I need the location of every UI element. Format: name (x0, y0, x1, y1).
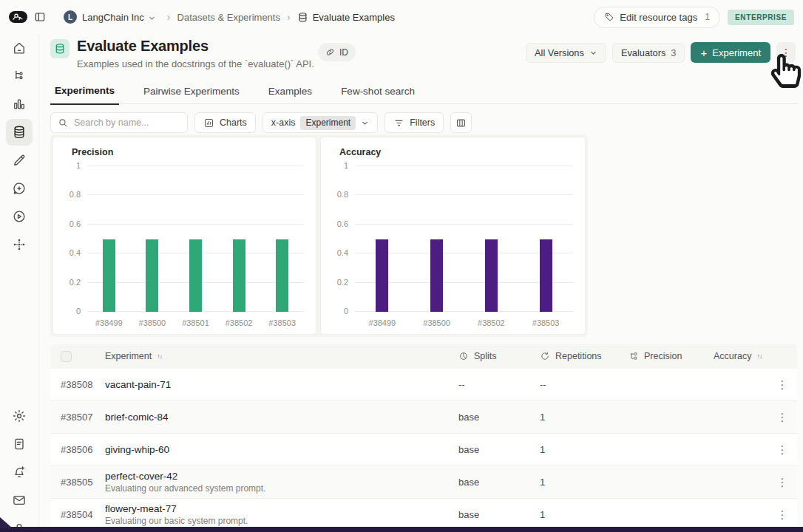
chevron-down-icon[interactable] (148, 14, 156, 22)
accuracy-bar-38503[interactable] (540, 239, 552, 313)
page-title: Evaluate Examples (77, 37, 314, 55)
chart-x-labels: #38499#38500#38501#38502#38503 (87, 318, 304, 327)
sidebar-item-tracing[interactable] (6, 63, 33, 89)
row-menu-button[interactable]: ⋮ (772, 378, 793, 392)
versions-dropdown[interactable]: All Versions (526, 43, 606, 63)
header-menu-button[interactable]: ⋮ (776, 42, 796, 63)
precision-bar-38502[interactable] (233, 239, 245, 313)
table-row[interactable]: #38508 vacant-pain-71 -- -- ⋮ (50, 369, 797, 401)
tab-fewshot-search[interactable]: Few-shot search (336, 84, 419, 105)
chart-x-labels: #38499#38500#38502#38503 (355, 318, 573, 327)
tab-examples[interactable]: Examples (264, 84, 316, 105)
sidebar-toggle-button[interactable] (34, 11, 46, 23)
chart-plot: 00.20.40.60.81 (87, 166, 304, 312)
breadcrumb-separator: › (167, 11, 171, 23)
column-header-precision[interactable]: Precision (612, 351, 697, 361)
evaluators-button[interactable]: Evaluators 3 (612, 43, 685, 63)
y-axis-tick-label: 0.8 (70, 190, 81, 199)
edit-resource-tags-button[interactable]: Edit resource tags 1 (594, 7, 720, 28)
new-experiment-button[interactable]: + Experiment (691, 42, 770, 63)
x-axis-label: #38503 (260, 318, 304, 327)
row-menu-button[interactable]: ⋮ (772, 443, 793, 457)
experiment-name-cell: flowery-meat-77 Evaluating our basic sys… (105, 503, 442, 526)
tag-icon (604, 12, 614, 22)
sidebar-item-docs[interactable] (6, 431, 33, 457)
column-header-repetitions[interactable]: Repetitions (524, 351, 612, 361)
accuracy-bar-38500[interactable] (430, 239, 443, 313)
experiment-id: #38504 (61, 509, 105, 520)
charts-toggle-button[interactable]: Charts (194, 112, 256, 133)
experiment-name: vacant-pain-71 (105, 379, 442, 390)
sidebar-item-deployments[interactable] (6, 231, 33, 258)
precision-column-label: Precision (644, 351, 682, 361)
splits-value: base (442, 477, 524, 488)
x-axis-label: #38500 (131, 318, 175, 327)
y-axis-tick-label: 0.6 (337, 219, 348, 228)
row-menu-button[interactable]: ⋮ (772, 410, 793, 424)
repetitions-value: 1 (524, 509, 612, 520)
row-menu-button[interactable]: ⋮ (772, 508, 793, 522)
search-input[interactable] (72, 117, 176, 129)
enterprise-badge: ENTERPRISE (728, 10, 794, 25)
y-axis-tick-label: 1 (76, 161, 81, 170)
table-header: Experiment ↑↓ Splits Repetitions Precisi… (50, 344, 797, 369)
page-subtitle: Examples used in the docstrings of the `… (77, 58, 314, 69)
screen-corner-artifact (0, 517, 13, 528)
org-avatar[interactable]: L (64, 10, 77, 24)
sidebar-item-settings[interactable] (6, 403, 33, 429)
tab-pairwise-experiments[interactable]: Pairwise Experiments (139, 84, 244, 105)
repetitions-column-label: Repetitions (555, 351, 602, 361)
sidebar-item-annotation[interactable] (6, 147, 33, 174)
plus-icon: + (700, 47, 707, 58)
versions-label: All Versions (535, 47, 584, 58)
columns-icon (455, 117, 467, 129)
experiment-id: #38505 (61, 477, 105, 488)
row-menu-button[interactable]: ⋮ (772, 475, 793, 489)
table-row[interactable]: #38507 brief-comic-84 base 1 ⋮ (50, 401, 797, 434)
dataset-icon (50, 39, 70, 58)
sidebar-item-notifications[interactable] (6, 459, 33, 485)
precision-bar-38499[interactable] (103, 239, 115, 313)
accuracy-chart: Accuracy 00.20.40.60.81 #38499#38500#385… (320, 137, 586, 335)
sidebar-item-playground[interactable] (6, 203, 33, 230)
sidebar-item-mail[interactable] (6, 487, 33, 514)
y-axis-tick-label: 0.6 (70, 219, 81, 228)
sidebar-item-monitoring[interactable] (6, 91, 33, 117)
filters-button[interactable]: Filters (384, 112, 444, 133)
id-label: ID (339, 47, 348, 58)
accuracy-bar-38499[interactable] (376, 239, 388, 313)
copy-id-button[interactable]: ID (318, 43, 356, 61)
precision-bar-38500[interactable] (146, 239, 158, 313)
charts-button-label: Charts (220, 117, 247, 128)
filter-icon (393, 117, 404, 129)
sidebar-item-datasets[interactable] (6, 119, 33, 146)
table-row[interactable]: #38505 perfect-cover-42 Evaluating our a… (50, 466, 797, 499)
xaxis-label: x-axis (271, 117, 296, 128)
splits-value: -- (442, 379, 524, 390)
chart-icon (203, 117, 214, 129)
chart-title: Accuracy (339, 147, 381, 157)
sidebar-item-home[interactable] (6, 35, 33, 61)
search-input-wrapper (50, 112, 188, 133)
tab-experiments[interactable]: Experiments (50, 84, 119, 105)
precision-bar-38501[interactable] (189, 239, 202, 313)
columns-button[interactable] (450, 112, 472, 133)
column-header-splits[interactable]: Splits (442, 351, 524, 361)
sidebar-item-prompts[interactable] (6, 175, 33, 202)
precision-bar-38503[interactable] (276, 239, 288, 313)
table-row[interactable]: #38506 giving-whip-60 base 1 ⋮ (50, 434, 797, 466)
database-icon (297, 12, 308, 23)
breadcrumb-section[interactable]: Datasets & Experiments (177, 12, 280, 23)
breadcrumb-org[interactable]: LangChain Inc (82, 12, 144, 23)
database-icon (12, 125, 27, 140)
column-header-experiment[interactable]: Experiment ↑↓ (105, 351, 442, 361)
experiment-button-label: Experiment (712, 47, 761, 58)
y-axis-tick-label: 0.2 (337, 278, 348, 287)
column-header-accuracy[interactable]: Accuracy ↑↓ (697, 351, 768, 361)
x-axis-label: #38499 (355, 318, 410, 327)
bar-chart-icon (12, 97, 27, 112)
repetitions-value: 1 (524, 444, 612, 455)
xaxis-dropdown[interactable]: x-axis Experiment (262, 112, 378, 133)
select-all-checkbox[interactable] (61, 351, 72, 362)
accuracy-bar-38502[interactable] (485, 239, 498, 313)
